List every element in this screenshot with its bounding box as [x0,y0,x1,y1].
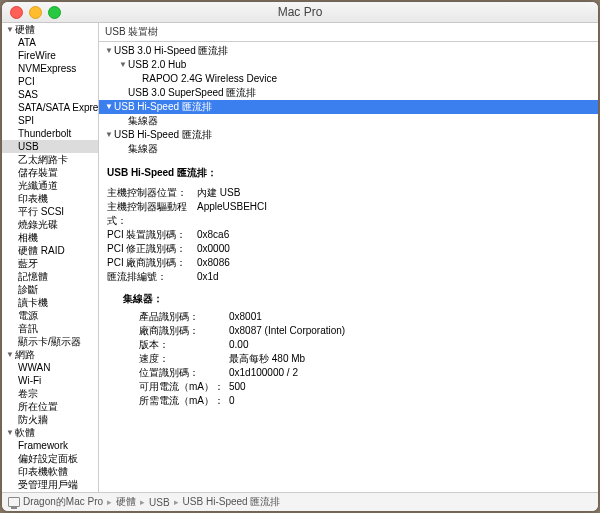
sidebar-section-header[interactable]: ▼網路 [2,348,98,361]
tree-row[interactable]: ▼USB Hi-Speed 匯流排 [99,100,598,114]
sidebar-section-label: 網路 [15,348,35,361]
sidebar-item-label: 記憶體 [18,270,48,283]
detail-key: 版本： [139,338,229,352]
tree-row-label: USB 3.0 SuperSpeed 匯流排 [128,86,256,100]
detail-key: 所需電流（mA）： [139,394,229,408]
detail-row: 位置識別碼：0x1d100000 / 2 [139,366,590,380]
detail-key: 主機控制器驅動程式： [107,200,197,228]
mac-icon [8,497,20,507]
sidebar-item-label: 燒錄光碟 [18,218,58,231]
close-icon[interactable] [10,6,23,19]
tree-row[interactable]: ▼USB Hi-Speed 匯流排 [99,128,598,142]
sidebar-item[interactable]: SAS [2,88,98,101]
sidebar-item[interactable]: 偏好設定面板 [2,452,98,465]
window-title: Mac Pro [2,5,598,19]
tree-row[interactable]: ▼USB 2.0 Hub [99,58,598,72]
sidebar-item[interactable]: USB [2,140,98,153]
detail-row: 版本：0.00 [139,338,590,352]
sidebar-item-label: SATA/SATA Express [18,101,99,114]
sidebar-item[interactable]: 光纖通道 [2,179,98,192]
sidebar-section-header[interactable]: ▼軟體 [2,426,98,439]
sidebar-item-label: 相機 [18,231,38,244]
sidebar-item[interactable]: 防火牆 [2,413,98,426]
sidebar-item-label: 所在位置 [18,400,58,413]
tree-row[interactable]: RAPOO 2.4G Wireless Device [99,72,598,86]
sidebar-item[interactable]: 受管理用戶端 [2,478,98,491]
detail-value: 0.00 [229,338,248,352]
sidebar-item[interactable]: 顯示卡/顯示器 [2,335,98,348]
detail-key: 產品識別碼： [139,310,229,324]
tree-row[interactable]: ▼USB 3.0 Hi-Speed 匯流排 [99,44,598,58]
sidebar-item-label: FireWire [18,49,56,62]
sidebar-item[interactable]: 燒錄光碟 [2,218,98,231]
tree-row[interactable]: 集線器 [99,142,598,156]
detail-value: AppleUSBEHCI [197,200,590,228]
detail-key: 位置識別碼： [139,366,229,380]
tree-row[interactable]: 集線器 [99,114,598,128]
detail-subhead: 集線器： [123,292,590,306]
sidebar-item[interactable]: 印表機軟體 [2,465,98,478]
sidebar-item[interactable]: FireWire [2,49,98,62]
sidebar-item[interactable]: WWAN [2,361,98,374]
sidebar-section-header[interactable]: ▼硬體 [2,23,98,36]
tree-row[interactable]: USB 3.0 SuperSpeed 匯流排 [99,86,598,100]
tree-row-label: USB Hi-Speed 匯流排 [114,128,212,142]
detail-value: 0x1d [197,270,590,284]
path-item-label: 硬體 [116,495,136,509]
sidebar-item[interactable]: SATA/SATA Express [2,101,98,114]
sidebar-item[interactable]: PCI [2,75,98,88]
sidebar-item-label: Wi-Fi [18,374,41,387]
sidebar-item[interactable]: 乙太網路卡 [2,153,98,166]
path-bar[interactable]: Dragon的Mac Pro▸硬體▸USB▸USB Hi-Speed 匯流排 [2,492,598,511]
detail-value: 0x1d100000 / 2 [229,366,298,380]
detail-key: 可用電流（mA）： [139,380,229,394]
sidebar-item-label: 平行 SCSI [18,205,64,218]
disclosure-icon: ▼ [105,100,114,114]
sidebar-item[interactable]: NVMExpress [2,62,98,75]
sidebar-item[interactable]: 記憶體 [2,270,98,283]
chevron-right-icon: ▸ [107,497,112,507]
zoom-icon[interactable] [48,6,61,19]
sidebar-item[interactable]: 所在位置 [2,400,98,413]
chevron-right-icon: ▸ [174,497,179,507]
sidebar-item[interactable]: 音訊 [2,322,98,335]
path-item[interactable]: 硬體 [116,495,136,509]
detail-row: 廠商識別碼：0x8087 (Intel Corporation) [139,324,590,338]
sidebar-item[interactable]: 印表機 [2,192,98,205]
path-item[interactable]: USB Hi-Speed 匯流排 [183,495,281,509]
sidebar-item[interactable]: Framework [2,439,98,452]
path-item[interactable]: USB [149,497,170,508]
tree-row-label: RAPOO 2.4G Wireless Device [142,72,277,86]
sidebar-item[interactable]: 電源 [2,309,98,322]
sidebar-item[interactable]: 讀卡機 [2,296,98,309]
tree-row-label: USB 2.0 Hub [128,58,186,72]
detail-key: PCI 裝置識別碼： [107,228,197,242]
detail-value: 0x8087 (Intel Corporation) [229,324,345,338]
sidebar-item[interactable]: 卷宗 [2,387,98,400]
sidebar-item[interactable]: 診斷 [2,283,98,296]
detail-pane: USB Hi-Speed 匯流排：主機控制器位置：內建 USB主機控制器驅動程式… [99,158,598,492]
sidebar-item[interactable]: 儲存裝置 [2,166,98,179]
tree-row-label: 集線器 [128,114,158,128]
tree-row-label: USB 3.0 Hi-Speed 匯流排 [114,44,229,58]
sidebar-item-label: 電源 [18,309,38,322]
detail-value: 0x8001 [229,310,262,324]
sidebar-item[interactable]: Thunderbolt [2,127,98,140]
sidebar-item-label: 顯示卡/顯示器 [18,335,81,348]
sidebar[interactable]: ▼硬體ATAFireWireNVMExpressPCISASSATA/SATA … [2,23,99,492]
detail-row: 主機控制器驅動程式：AppleUSBEHCI [107,200,590,228]
sidebar-item[interactable]: 硬體 RAID [2,244,98,257]
path-item[interactable]: Dragon的Mac Pro [8,495,103,509]
detail-value: 0x8ca6 [197,228,590,242]
sidebar-item[interactable]: Wi-Fi [2,374,98,387]
sidebar-item[interactable]: SPI [2,114,98,127]
sidebar-item[interactable]: 藍牙 [2,257,98,270]
device-tree[interactable]: ▼USB 3.0 Hi-Speed 匯流排▼USB 2.0 HubRAPOO 2… [99,42,598,158]
sidebar-item[interactable]: ATA [2,36,98,49]
sidebar-item-label: 儲存裝置 [18,166,58,179]
sidebar-item[interactable]: 相機 [2,231,98,244]
minimize-icon[interactable] [29,6,42,19]
sidebar-item[interactable]: 平行 SCSI [2,205,98,218]
chevron-down-icon: ▼ [6,348,15,361]
titlebar[interactable]: Mac Pro [2,2,598,23]
